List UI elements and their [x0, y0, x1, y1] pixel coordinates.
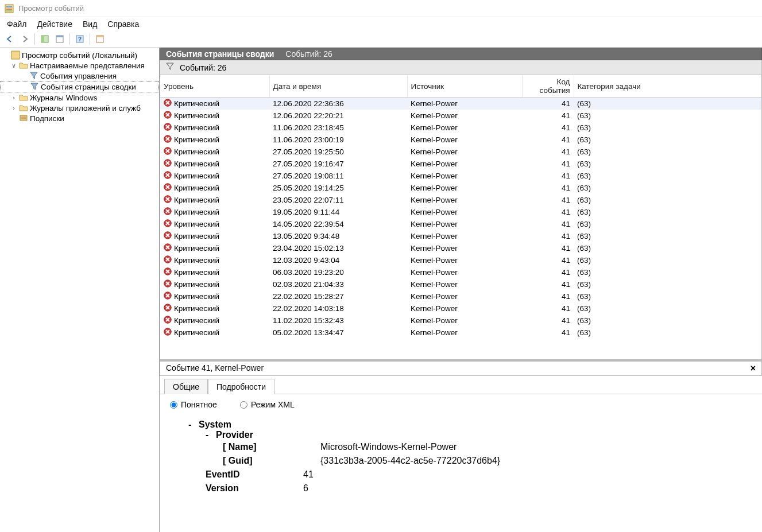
col-source[interactable]: Источник — [407, 75, 522, 98]
show-hide-tree-button[interactable] — [38, 33, 51, 45]
cell-level: Критический — [160, 158, 269, 170]
cell-level: Критический — [160, 146, 269, 158]
cell-category: (63) — [574, 158, 761, 170]
detail-close-button[interactable]: × — [751, 363, 756, 374]
tree-app-logs[interactable]: › Журналы приложений и служб — [0, 103, 159, 113]
content-header-count: Событий: 26 — [285, 49, 332, 59]
cell-level: Критический — [160, 194, 269, 206]
radio-friendly-input[interactable] — [170, 401, 177, 409]
tree-windows-logs[interactable]: › Журналы Windows — [0, 92, 159, 103]
table-row[interactable]: Критический25.05.2020 19:14:25Kernel-Pow… — [160, 182, 761, 194]
level-text: Критический — [174, 268, 219, 277]
level-text: Критический — [174, 147, 219, 156]
extra-button[interactable] — [94, 33, 106, 45]
col-level[interactable]: Уровень — [160, 75, 269, 98]
menu-help[interactable]: Справка — [107, 20, 139, 29]
toolbar-separator — [90, 33, 90, 45]
detail-body[interactable]: -System -Provider [ Name] Microsoft-Wind… — [160, 415, 762, 532]
radio-xml[interactable]: Режим XML — [240, 400, 295, 409]
filter-icon — [29, 71, 38, 80]
toolbar-separator — [69, 33, 70, 45]
cell-eventid: 41 — [522, 194, 574, 206]
table-row[interactable]: Критический12.06.2020 22:36:36Kernel-Pow… — [160, 98, 761, 110]
svg-text:?: ? — [78, 36, 82, 42]
table-row[interactable]: Критический22.02.2020 14:03:18Kernel-Pow… — [160, 302, 761, 314]
nav-forward-button[interactable] — [18, 33, 31, 45]
tree-winlogs-label: Журналы Windows — [30, 94, 97, 102]
cell-eventid: 41 — [522, 254, 574, 266]
cell-source: Kernel-Power — [407, 254, 522, 266]
tab-details[interactable]: Подробности — [208, 379, 274, 394]
table-row[interactable]: Критический22.02.2020 15:28:27Kernel-Pow… — [160, 290, 761, 302]
help-button[interactable]: ? — [74, 33, 86, 45]
table-row[interactable]: Критический12.06.2020 22:20:21Kernel-Pow… — [160, 110, 761, 122]
cell-datetime: 23.05.2020 22:07:11 — [269, 194, 407, 206]
error-icon — [164, 99, 172, 108]
cell-source: Kernel-Power — [407, 218, 522, 230]
filter-icon — [30, 82, 39, 91]
cell-datetime: 14.05.2020 22:39:54 — [269, 218, 407, 230]
tree-subs-label: Подписки — [30, 114, 64, 123]
level-text: Критический — [174, 208, 219, 216]
table-row[interactable]: Критический05.02.2020 13:34:47Kernel-Pow… — [160, 327, 761, 339]
table-row[interactable]: Критический27.05.2020 19:16:47Kernel-Pow… — [160, 158, 761, 170]
table-row[interactable]: Критический27.05.2020 19:08:11Kernel-Pow… — [160, 170, 761, 182]
error-icon — [164, 267, 172, 277]
col-eventid[interactable]: Код события — [522, 75, 574, 98]
cell-eventid: 41 — [522, 218, 574, 230]
event-table-wrap[interactable]: Уровень Дата и время Источник Код событи… — [160, 75, 762, 360]
table-header-row: Уровень Дата и время Источник Код событи… — [160, 75, 761, 98]
tree-summary-events[interactable]: События страницы сводки — [0, 81, 159, 92]
menu-view[interactable]: Вид — [83, 20, 97, 29]
tree-root[interactable]: Просмотр событий (Локальный) — [0, 50, 159, 60]
nav-back-button[interactable] — [3, 33, 16, 45]
table-row[interactable]: Критический06.03.2020 19:23:20Kernel-Pow… — [160, 266, 761, 278]
table-row[interactable]: Критический11.06.2020 23:00:19Kernel-Pow… — [160, 134, 761, 146]
properties-button[interactable] — [53, 33, 66, 45]
tree-admin-events[interactable]: События управления — [0, 71, 159, 81]
table-row[interactable]: Критический23.05.2020 22:07:11Kernel-Pow… — [160, 194, 761, 206]
collapse-icon[interactable]: ∨ — [10, 62, 17, 69]
menu-file[interactable]: Файл — [7, 20, 26, 29]
cell-level: Критический — [160, 314, 269, 327]
content-header: События страницы сводки Событий: 26 — [160, 48, 762, 60]
col-category[interactable]: Категория задачи — [574, 75, 761, 98]
tab-general[interactable]: Общие — [164, 379, 208, 394]
table-row[interactable]: Критический27.05.2020 19:25:50Kernel-Pow… — [160, 146, 761, 158]
cell-category: (63) — [574, 182, 761, 194]
cell-level: Критический — [160, 98, 269, 110]
table-row[interactable]: Критический13.05.2020 9:34:48Kernel-Powe… — [160, 230, 761, 242]
cell-datetime: 02.03.2020 21:04:33 — [269, 278, 407, 290]
tree-custom-views[interactable]: ∨ Настраиваемые представления — [0, 60, 159, 71]
table-row[interactable]: Критический12.03.2020 9:43:04Kernel-Powe… — [160, 254, 761, 266]
level-text: Критический — [174, 256, 219, 265]
table-row[interactable]: Критический11.02.2020 15:32:43Kernel-Pow… — [160, 314, 761, 327]
col-datetime[interactable]: Дата и время — [269, 75, 407, 98]
filter-icon[interactable] — [166, 63, 174, 72]
cell-eventid: 41 — [522, 278, 574, 290]
error-icon — [164, 183, 172, 193]
tree-subscriptions[interactable]: Подписки — [0, 113, 159, 123]
cell-category: (63) — [574, 302, 761, 314]
table-row[interactable]: Критический11.06.2020 23:18:45Kernel-Pow… — [160, 122, 761, 134]
tree-summary-label: События страницы сводки — [41, 83, 136, 91]
cell-category: (63) — [574, 170, 761, 182]
cell-eventid: 41 — [522, 182, 574, 194]
menu-action[interactable]: Действие — [37, 20, 72, 29]
svg-rect-11 — [96, 36, 103, 37]
cell-datetime: 05.02.2020 13:34:47 — [269, 327, 407, 339]
table-row[interactable]: Критический19.05.2020 9:11:44Kernel-Powe… — [160, 206, 761, 218]
table-row[interactable]: Критический02.03.2020 21:04:33Kernel-Pow… — [160, 278, 761, 290]
svg-rect-7 — [56, 36, 63, 37]
expand-icon[interactable]: › — [10, 104, 17, 112]
provider-name-row: [ Name] Microsoft-Windows-Kernel-Power — [223, 440, 745, 454]
table-row[interactable]: Критический23.04.2020 15:02:13Kernel-Pow… — [160, 242, 761, 254]
radio-friendly[interactable]: Понятное — [170, 400, 217, 409]
cell-datetime: 13.05.2020 9:34:48 — [269, 230, 407, 242]
radio-xml-input[interactable] — [240, 401, 247, 409]
error-icon — [164, 171, 172, 181]
table-row[interactable]: Критический14.05.2020 22:39:54Kernel-Pow… — [160, 218, 761, 230]
cell-category: (63) — [574, 314, 761, 327]
cell-level: Критический — [160, 218, 269, 230]
expand-icon[interactable]: › — [10, 94, 17, 102]
